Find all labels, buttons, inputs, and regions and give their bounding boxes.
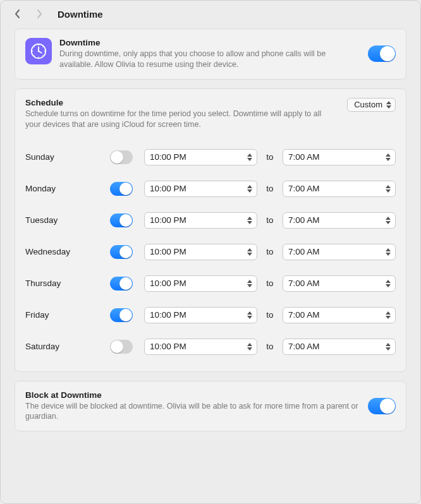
- end-time-value: 7:00 AM: [288, 152, 320, 162]
- svg-marker-17: [386, 158, 391, 161]
- svg-line-5: [34, 46, 35, 47]
- forward-button: [34, 7, 45, 21]
- svg-marker-38: [247, 343, 252, 346]
- stepper-icon[interactable]: [245, 309, 254, 321]
- stepper-icon[interactable]: [245, 214, 254, 227]
- end-time-picker[interactable]: 7:00 AM: [283, 149, 396, 165]
- block-at-downtime-card: Block at Downtime The device will be blo…: [15, 381, 406, 432]
- svg-marker-37: [386, 316, 391, 319]
- day-label: Wednesday: [25, 247, 110, 256]
- day-toggle[interactable]: [110, 182, 133, 196]
- day-toggle[interactable]: [110, 245, 133, 259]
- svg-line-8: [34, 55, 35, 56]
- svg-marker-13: [386, 105, 391, 109]
- svg-marker-18: [247, 185, 252, 188]
- stepper-icon[interactable]: [245, 151, 254, 164]
- svg-marker-19: [247, 189, 252, 193]
- schedule-card: Schedule Schedule turns on downtime for …: [15, 88, 406, 372]
- stepper-icon[interactable]: [384, 309, 393, 321]
- svg-marker-21: [386, 189, 391, 193]
- svg-line-7: [42, 46, 44, 47]
- day-row: Wednesday10:00 PMto7:00 AM: [25, 236, 396, 268]
- start-time-picker[interactable]: 10:00 PM: [144, 307, 257, 323]
- day-label: Saturday: [25, 342, 110, 351]
- start-time-picker[interactable]: 10:00 PM: [144, 339, 257, 355]
- svg-marker-16: [386, 153, 391, 157]
- block-at-downtime-toggle[interactable]: [368, 398, 396, 414]
- start-time-picker[interactable]: 10:00 PM: [144, 244, 257, 260]
- stepper-icon[interactable]: [245, 183, 254, 195]
- day-toggle[interactable]: [110, 150, 133, 164]
- toggle-knob: [119, 183, 132, 195]
- svg-line-6: [42, 55, 44, 56]
- stepper-icon[interactable]: [384, 151, 393, 164]
- svg-marker-35: [247, 316, 252, 319]
- svg-marker-33: [386, 284, 391, 287]
- start-time-picker[interactable]: 10:00 PM: [144, 181, 257, 197]
- stepper-icon[interactable]: [245, 246, 254, 258]
- toggle-knob: [119, 246, 132, 258]
- day-row: Saturday10:00 PMto7:00 AM: [25, 331, 396, 363]
- end-time-picker[interactable]: 7:00 AM: [283, 244, 396, 260]
- svg-marker-28: [386, 248, 391, 251]
- day-row: Friday10:00 PMto7:00 AM: [25, 299, 396, 331]
- updown-icon: [386, 101, 391, 109]
- block-title: Block at Downtime: [25, 390, 360, 400]
- end-time-value: 7:00 AM: [288, 184, 320, 193]
- svg-marker-30: [247, 280, 252, 283]
- stepper-icon[interactable]: [384, 340, 393, 353]
- start-time-picker[interactable]: 10:00 PM: [144, 149, 257, 165]
- svg-marker-29: [386, 253, 391, 256]
- start-time-value: 10:00 PM: [150, 184, 186, 193]
- toggle-knob: [380, 46, 395, 61]
- stepper-icon[interactable]: [245, 340, 254, 353]
- svg-marker-31: [247, 284, 252, 287]
- start-time-value: 10:00 PM: [150, 342, 186, 351]
- svg-marker-20: [386, 185, 391, 188]
- downtime-description: During downtime, only apps that you choo…: [59, 49, 355, 70]
- stepper-icon[interactable]: [245, 277, 254, 290]
- day-toggle[interactable]: [110, 340, 133, 354]
- downtime-master-toggle[interactable]: [368, 45, 396, 62]
- day-label: Thursday: [25, 279, 110, 288]
- toggle-knob: [111, 340, 123, 353]
- end-time-value: 7:00 AM: [288, 215, 320, 225]
- day-row: Tuesday10:00 PMto7:00 AM: [25, 205, 396, 236]
- svg-marker-14: [247, 153, 252, 157]
- end-time-picker[interactable]: 7:00 AM: [283, 212, 396, 229]
- day-row: Sunday10:00 PMto7:00 AM: [25, 141, 396, 173]
- chevron-left-icon: [15, 9, 21, 19]
- day-label: Tuesday: [25, 215, 110, 225]
- end-time-picker[interactable]: 7:00 AM: [283, 275, 396, 292]
- start-time-value: 10:00 PM: [150, 279, 186, 288]
- end-time-picker[interactable]: 7:00 AM: [283, 339, 396, 355]
- day-row: Monday10:00 PMto7:00 AM: [25, 173, 396, 205]
- day-label: Sunday: [25, 152, 110, 162]
- start-time-picker[interactable]: 10:00 PM: [144, 275, 257, 292]
- svg-marker-12: [386, 101, 391, 104]
- svg-marker-41: [386, 347, 391, 351]
- day-label: Friday: [25, 310, 110, 320]
- to-label: to: [257, 279, 283, 288]
- day-toggle[interactable]: [110, 308, 133, 322]
- to-label: to: [257, 247, 283, 256]
- back-button[interactable]: [12, 7, 23, 21]
- toggle-knob: [119, 309, 132, 321]
- day-toggle[interactable]: [110, 213, 133, 227]
- stepper-icon[interactable]: [384, 183, 393, 195]
- page-title: Downtime: [58, 9, 103, 20]
- end-time-picker[interactable]: 7:00 AM: [283, 307, 396, 323]
- stepper-icon[interactable]: [384, 277, 393, 290]
- schedule-mode-select[interactable]: Custom: [347, 98, 396, 112]
- svg-marker-25: [386, 221, 391, 224]
- day-label: Monday: [25, 184, 110, 193]
- start-time-picker[interactable]: 10:00 PM: [144, 212, 257, 229]
- end-time-value: 7:00 AM: [288, 310, 320, 320]
- day-toggle[interactable]: [110, 277, 133, 291]
- to-label: to: [257, 342, 283, 351]
- toggle-knob: [380, 399, 395, 414]
- end-time-picker[interactable]: 7:00 AM: [283, 181, 396, 197]
- stepper-icon[interactable]: [384, 246, 393, 258]
- stepper-icon[interactable]: [384, 214, 393, 227]
- svg-marker-34: [247, 311, 252, 315]
